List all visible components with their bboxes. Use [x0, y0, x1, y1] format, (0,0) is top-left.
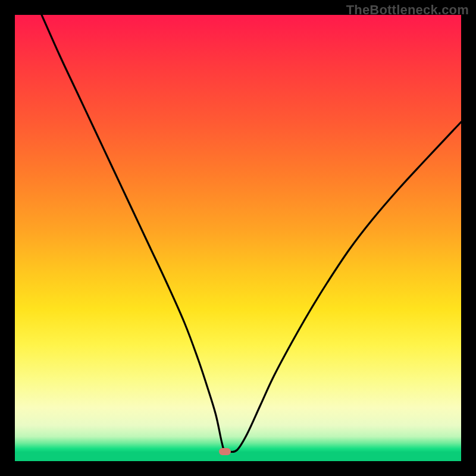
bottleneck-curve: [42, 15, 461, 452]
plot-area: [15, 15, 461, 461]
chart-frame: TheBottleneck.com: [0, 0, 476, 476]
optimal-point-marker: [219, 448, 231, 455]
watermark-text: TheBottleneck.com: [346, 2, 469, 18]
curve-svg: [15, 15, 461, 461]
